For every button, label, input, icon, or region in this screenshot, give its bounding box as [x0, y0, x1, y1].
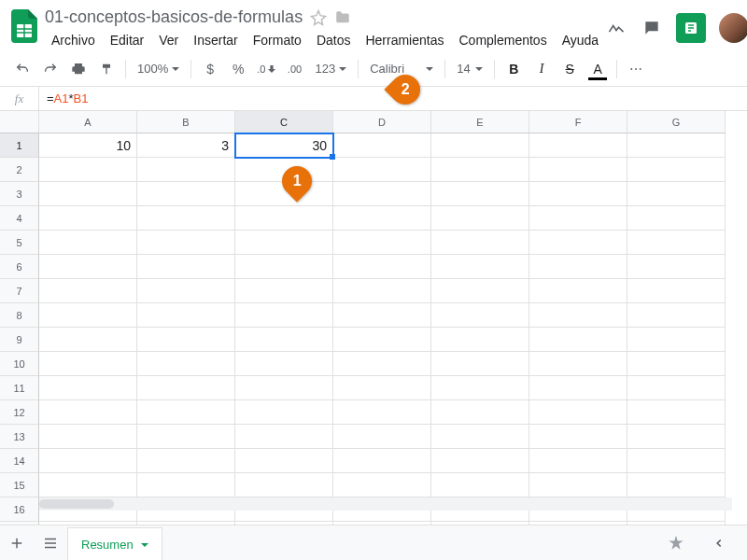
cell-B4[interactable] — [137, 206, 235, 231]
cell-E14[interactable] — [431, 449, 529, 473]
cell-A11[interactable] — [39, 376, 137, 400]
cell-E15[interactable] — [431, 473, 529, 497]
cell-D13[interactable] — [333, 425, 431, 449]
formula-input[interactable]: =A1*B1 — [39, 91, 88, 105]
row-header-4[interactable]: 4 — [0, 206, 39, 231]
menu-insertar[interactable]: Insertar — [187, 29, 244, 51]
sheet-tab-resumen[interactable]: Resumen — [67, 527, 162, 560]
cell-A9[interactable] — [39, 328, 137, 352]
column-header-D[interactable]: D — [333, 111, 431, 133]
cell-B1[interactable]: 3 — [137, 133, 235, 158]
cell-F13[interactable] — [529, 425, 627, 449]
cell-A3[interactable] — [39, 182, 137, 206]
cell-G7[interactable] — [627, 279, 726, 303]
row-header-5[interactable]: 5 — [0, 231, 39, 255]
chevron-left-icon[interactable] — [702, 526, 736, 560]
cell-E11[interactable] — [431, 376, 529, 400]
cell-G2[interactable] — [627, 158, 726, 182]
cell-E13[interactable] — [431, 425, 529, 449]
cell-F12[interactable] — [529, 400, 627, 425]
cell-G9[interactable] — [627, 328, 726, 352]
cell-A5[interactable] — [39, 231, 137, 255]
menu-complementos[interactable]: Complementos — [452, 29, 553, 51]
cell-C7[interactable] — [235, 279, 333, 303]
row-header-12[interactable]: 12 — [0, 400, 39, 425]
percent-button[interactable]: % — [225, 56, 251, 82]
cell-D2[interactable] — [333, 158, 431, 182]
redo-button[interactable] — [37, 56, 63, 82]
italic-button[interactable]: I — [529, 56, 555, 82]
cell-B15[interactable] — [137, 473, 235, 497]
row-header-13[interactable]: 13 — [0, 425, 39, 449]
sheets-logo[interactable] — [11, 7, 37, 45]
menu-archivo[interactable]: Archivo — [45, 29, 102, 51]
horizontal-scrollbar[interactable] — [39, 497, 732, 511]
cell-E9[interactable] — [431, 328, 529, 352]
cell-C9[interactable] — [235, 328, 333, 352]
cell-G10[interactable] — [627, 352, 726, 376]
cell-F14[interactable] — [529, 449, 627, 473]
cell-E2[interactable] — [431, 158, 529, 182]
cell-E10[interactable] — [431, 352, 529, 376]
cell-D15[interactable] — [333, 473, 431, 497]
currency-button[interactable]: $ — [197, 56, 223, 82]
cell-E4[interactable] — [431, 206, 529, 231]
cell-A14[interactable] — [39, 449, 137, 473]
cell-B12[interactable] — [137, 400, 235, 425]
cell-B8[interactable] — [137, 303, 235, 328]
cell-E8[interactable] — [431, 303, 529, 328]
explore-button[interactable] — [659, 526, 693, 560]
cell-C14[interactable] — [235, 449, 333, 473]
row-header-6[interactable]: 6 — [0, 255, 39, 279]
cell-B9[interactable] — [137, 328, 235, 352]
cell-C11[interactable] — [235, 376, 333, 400]
column-header-B[interactable]: B — [137, 111, 235, 133]
column-header-A[interactable]: A — [39, 111, 137, 133]
menu-herramientas[interactable]: Herramientas — [359, 29, 450, 51]
cell-A8[interactable] — [39, 303, 137, 328]
cell-G15[interactable] — [627, 473, 726, 497]
cell-E1[interactable] — [431, 133, 529, 158]
cell-F4[interactable] — [529, 206, 627, 231]
cell-D6[interactable] — [333, 255, 431, 279]
cell-F8[interactable] — [529, 303, 627, 328]
star-icon[interactable] — [310, 9, 327, 26]
menu-datos[interactable]: Datos — [310, 29, 358, 51]
cell-D10[interactable] — [333, 352, 431, 376]
cell-A4[interactable] — [39, 206, 137, 231]
cell-D1[interactable] — [333, 133, 431, 158]
bold-button[interactable]: B — [500, 56, 527, 82]
folder-icon[interactable] — [334, 9, 351, 26]
row-header-7[interactable]: 7 — [0, 279, 39, 303]
zoom-dropdown[interactable]: 100% — [132, 56, 185, 82]
cell-G6[interactable] — [627, 255, 726, 279]
cell-A2[interactable] — [39, 158, 137, 182]
menu-editar[interactable]: Editar — [104, 29, 151, 51]
share-button[interactable] — [676, 13, 706, 43]
row-header-16[interactable]: 16 — [0, 497, 39, 522]
add-sheet-button[interactable] — [0, 526, 34, 560]
cell-E7[interactable] — [431, 279, 529, 303]
row-header-3[interactable]: 3 — [0, 182, 39, 206]
cell-G13[interactable] — [627, 425, 726, 449]
document-title[interactable]: 01-conceptos-basicos-de-formulas — [45, 7, 303, 27]
cell-G14[interactable] — [627, 449, 726, 473]
cell-F11[interactable] — [529, 376, 627, 400]
cell-D8[interactable] — [333, 303, 431, 328]
cell-A13[interactable] — [39, 425, 137, 449]
cell-C8[interactable] — [235, 303, 333, 328]
cell-C12[interactable] — [235, 400, 333, 425]
decrease-decimal-button[interactable]: .0 — [253, 56, 279, 82]
cell-D11[interactable] — [333, 376, 431, 400]
cell-F9[interactable] — [529, 328, 627, 352]
cell-F10[interactable] — [529, 352, 627, 376]
all-sheets-button[interactable] — [34, 526, 67, 560]
cell-B5[interactable] — [137, 231, 235, 255]
cell-E12[interactable] — [431, 400, 529, 425]
cell-C10[interactable] — [235, 352, 333, 376]
undo-button[interactable] — [9, 56, 35, 82]
cell-F7[interactable] — [529, 279, 627, 303]
account-avatar[interactable] — [719, 13, 747, 43]
text-color-button[interactable]: A — [585, 56, 611, 82]
cell-D12[interactable] — [333, 400, 431, 425]
